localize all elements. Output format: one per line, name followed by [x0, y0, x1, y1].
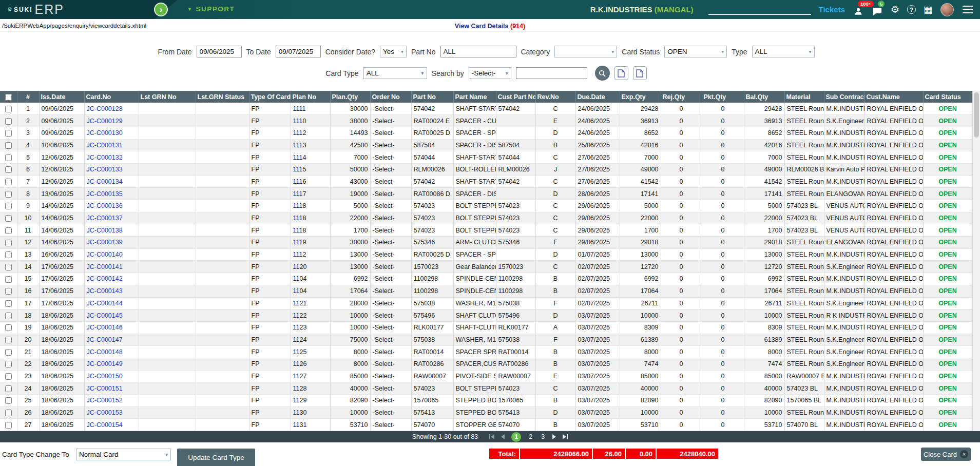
row-checkbox[interactable]	[5, 240, 12, 246]
column-header-card_no[interactable]: Card.No	[84, 91, 139, 103]
column-header-type_of_card[interactable]: Type Of Card	[249, 91, 291, 103]
column-header-iss_date[interactable]: Iss.Date	[39, 91, 84, 103]
card-no-link[interactable]: JC-C000131	[87, 142, 123, 149]
card-no-link[interactable]: JC-C000129	[87, 118, 123, 125]
column-header-rev_no[interactable]: Rev.No	[535, 91, 575, 103]
row-checkbox[interactable]	[5, 142, 12, 149]
card-no-link[interactable]: JC-C000134	[87, 178, 123, 185]
last-page-icon[interactable]	[563, 434, 568, 439]
messages-icon[interactable]: 5	[872, 4, 883, 16]
row-checkbox[interactable]	[5, 106, 12, 112]
cell-card_no[interactable]: JC-C000135	[84, 188, 139, 200]
column-header-exp_qty[interactable]: Exp.Qty	[620, 91, 661, 103]
card-no-link[interactable]: JC-C000143	[87, 287, 123, 295]
column-header-cust_name[interactable]: Cust.Name	[864, 91, 923, 103]
row-checkbox[interactable]	[5, 251, 12, 258]
scrollbar-thumb[interactable]	[974, 92, 979, 138]
card-no-link[interactable]: JC-C000151	[87, 385, 123, 392]
search-button[interactable]	[595, 66, 610, 81]
column-header-order_no[interactable]: Order No	[370, 91, 411, 103]
column-header-rej_qty[interactable]: Rej.Qty	[661, 91, 702, 103]
row-checkbox[interactable]	[5, 154, 12, 161]
card-no-link[interactable]: JC-C000144	[87, 300, 123, 307]
cell-card_no[interactable]: JC-C000138	[84, 224, 139, 237]
cell-card_no[interactable]: JC-C000149	[84, 358, 139, 370]
column-header-due_date[interactable]: Due.Date	[575, 91, 620, 103]
row-checkbox[interactable]	[5, 276, 12, 283]
column-header-cust_part_no[interactable]: Cust Part No	[496, 91, 535, 103]
card-no-link[interactable]: JC-C000153	[87, 409, 123, 416]
cell-card_no[interactable]: JC-C000130	[84, 127, 139, 139]
cell-card_no[interactable]: JC-C000142	[84, 273, 139, 285]
prev-page-icon[interactable]	[501, 434, 505, 439]
row-checkbox[interactable]	[5, 410, 12, 416]
support-tickets-icon[interactable]: 100+	[853, 4, 864, 16]
part-no-input[interactable]	[440, 46, 516, 57]
first-page-icon[interactable]	[489, 434, 494, 439]
page-number-3[interactable]: 3	[540, 433, 546, 440]
cell-card_no[interactable]: JC-C000153	[84, 406, 139, 419]
support-menu[interactable]: ▼ SUPPORT	[187, 5, 235, 13]
card-no-link[interactable]: JC-C000147	[87, 336, 123, 343]
column-header-sub_contract[interactable]: Sub Contractor	[824, 91, 864, 103]
row-checkbox[interactable]	[5, 203, 12, 209]
export-excel-button[interactable]	[614, 66, 628, 80]
cell-card_no[interactable]: JC-C000151	[84, 382, 139, 395]
cell-card_no[interactable]: JC-C000131	[84, 139, 139, 151]
cell-card_no[interactable]: JC-C000150	[84, 370, 139, 382]
card-status-select[interactable]: OPEN▾	[664, 46, 727, 57]
search-by-select[interactable]: -Select-▾	[469, 67, 511, 79]
column-header-part_name[interactable]: Part Name	[453, 91, 496, 103]
cell-card_no[interactable]: JC-C000147	[84, 334, 139, 346]
cell-card_no[interactable]: JC-C000137	[84, 212, 139, 224]
card-no-link[interactable]: JC-C000142	[87, 275, 123, 282]
category-select[interactable]: ▾	[554, 46, 617, 57]
column-header-lst_grn_status[interactable]: Lst.GRN Status	[196, 91, 249, 103]
tickets-link[interactable]: Tickets	[819, 5, 845, 14]
row-checkbox[interactable]	[5, 422, 12, 429]
card-no-link[interactable]: JC-C000152	[87, 397, 123, 404]
vertical-scrollbar[interactable]	[972, 91, 980, 431]
row-checkbox[interactable]	[5, 215, 12, 222]
card-no-link[interactable]: JC-C000154	[87, 421, 123, 429]
column-header-material[interactable]: Material	[784, 91, 824, 103]
cell-card_no[interactable]: JC-C000129	[84, 115, 139, 127]
column-header-card_status[interactable]: Card Status	[923, 91, 972, 103]
row-checkbox[interactable]	[5, 264, 12, 270]
cell-card_no[interactable]: JC-C000140	[84, 248, 139, 261]
export-pdf-button[interactable]	[633, 66, 647, 80]
settings-gear-icon[interactable]: ⚙	[891, 5, 899, 14]
row-checkbox[interactable]	[5, 385, 12, 392]
row-checkbox[interactable]	[5, 166, 12, 173]
expand-menu-button[interactable]: ›	[154, 3, 168, 16]
column-header-sno[interactable]: #	[17, 91, 39, 103]
next-page-icon[interactable]	[552, 434, 556, 439]
cell-card_no[interactable]: JC-C000136	[84, 200, 139, 212]
cell-card_no[interactable]: JC-C000146	[84, 321, 139, 334]
card-no-link[interactable]: JC-C000139	[87, 239, 123, 246]
row-checkbox[interactable]	[5, 227, 12, 234]
row-checkbox[interactable]	[5, 130, 12, 137]
column-header-plan_qty[interactable]: Plan.Qty	[330, 91, 370, 103]
select-all-checkbox[interactable]	[5, 94, 12, 101]
cell-card_no[interactable]: JC-C000143	[84, 285, 139, 297]
card-no-link[interactable]: JC-C000145	[87, 312, 123, 319]
global-search-input[interactable]	[708, 5, 811, 15]
card-no-link[interactable]: JC-C000140	[87, 251, 123, 258]
card-type-select[interactable]: ALL▾	[363, 67, 427, 79]
close-card-button[interactable]: Close Card ×	[921, 448, 971, 461]
search-text-input[interactable]	[516, 67, 587, 79]
cell-card_no[interactable]: JC-C000128	[84, 103, 139, 115]
consider-date-select[interactable]: Yes▾	[380, 46, 407, 57]
row-checkbox[interactable]	[5, 337, 12, 343]
row-checkbox[interactable]	[5, 179, 12, 185]
card-no-link[interactable]: JC-C000135	[87, 190, 123, 198]
user-avatar[interactable]	[940, 3, 954, 16]
card-no-link[interactable]: JC-C000137	[87, 215, 123, 222]
apps-grid-icon[interactable]: ▦	[924, 5, 933, 14]
type-select[interactable]: ALL▾	[752, 46, 815, 57]
column-header-lst_grn_no[interactable]: Lst GRN No	[139, 91, 196, 103]
column-header-plan_no[interactable]: Plan No	[291, 91, 330, 103]
cell-card_no[interactable]: JC-C000141	[84, 261, 139, 273]
cell-card_no[interactable]: JC-C000144	[84, 297, 139, 309]
